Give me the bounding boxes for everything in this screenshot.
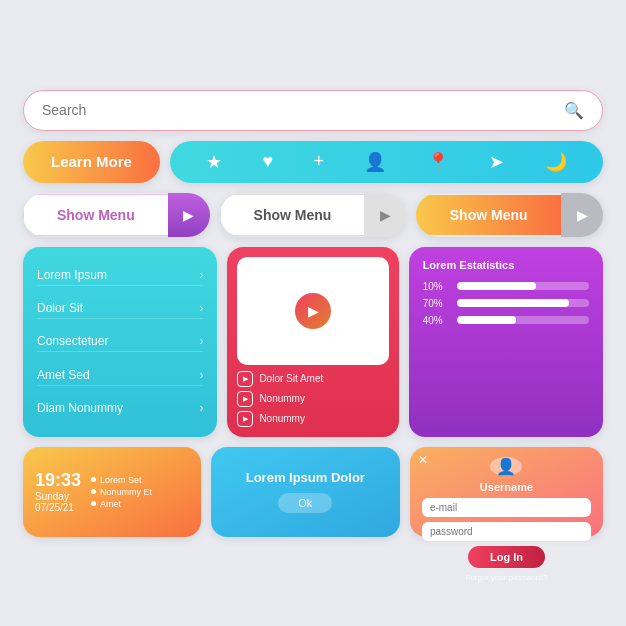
row-4: Lorem Ipsum›Dolor Sit›Consectetuer›Amet … (23, 247, 603, 437)
show-menu-label-2: Show Menu (220, 194, 365, 236)
ipsum-text: Lorem Ipsum Dolor (246, 470, 365, 485)
dot-icon (91, 501, 96, 506)
stat-row: 40% (423, 315, 589, 326)
stat-label: 10% (423, 281, 451, 292)
login-card: ✕ 👤 Username Log In Forgot your password… (410, 447, 603, 537)
show-menu-button-1[interactable]: Show Menu ▶ (23, 193, 210, 237)
clock-widget: 19:33 Sunday 07/25/21 Lorem SetNonummy E… (23, 447, 201, 537)
stat-bar (457, 316, 517, 324)
mini-play-button[interactable]: ▶ (237, 411, 253, 427)
list-item[interactable]: Lorem Ipsum› (37, 265, 203, 286)
plus-icon[interactable]: + (314, 151, 325, 172)
clock-notes: Lorem SetNonummy EtAmet (91, 475, 189, 509)
video-list-item[interactable]: ▶Nonummy (237, 391, 388, 407)
video-list-item[interactable]: ▶Dolor Sit Amet (237, 371, 388, 387)
ok-toggle[interactable]: Ok (278, 493, 332, 513)
chevron-right-icon: › (199, 301, 203, 315)
chevron-right-icon: › (199, 334, 203, 348)
stat-bar-bg (457, 299, 589, 307)
main-container: 🔍 Learn More ★ ♥ + 👤 📍 ➤ 🌙 Show Menu ▶ S… (23, 90, 603, 537)
list-item[interactable]: Diam Nonummy› (37, 398, 203, 418)
row-2: Learn More ★ ♥ + 👤 📍 ➤ 🌙 (23, 141, 603, 183)
list-item[interactable]: Amet Sed› (37, 365, 203, 386)
stats-title: Lorem Estatistics (423, 259, 589, 271)
chevron-right-icon: › (199, 268, 203, 282)
show-menu-arrow-2: ▶ (364, 193, 406, 237)
row-3: Show Menu ▶ Show Menu ▶ Show Menu ▶ (23, 193, 603, 237)
dot-icon (91, 489, 96, 494)
mini-play-button[interactable]: ▶ (237, 371, 253, 387)
heart-icon[interactable]: ♥ (262, 151, 273, 172)
stats-card: Lorem Estatistics 10% 70% 40% (409, 247, 603, 437)
location-icon[interactable]: 📍 (427, 151, 449, 173)
show-menu-button-2[interactable]: Show Menu ▶ (220, 193, 407, 237)
close-icon[interactable]: ✕ (418, 453, 428, 467)
stat-bar (457, 299, 570, 307)
row-5: 19:33 Sunday 07/25/21 Lorem SetNonummy E… (23, 447, 603, 537)
list-item[interactable]: Consectetuer› (37, 331, 203, 352)
stat-row: 70% (423, 298, 589, 309)
list-item[interactable]: Dolor Sit› (37, 298, 203, 319)
email-field[interactable] (422, 498, 591, 517)
stat-label: 70% (423, 298, 451, 309)
dot-icon (91, 477, 96, 482)
show-menu-label-1: Show Menu (23, 194, 168, 236)
search-icon: 🔍 (564, 101, 584, 120)
clock-date: 07/25/21 (35, 502, 81, 513)
user-icon[interactable]: 👤 (364, 151, 386, 173)
moon-icon[interactable]: 🌙 (545, 151, 567, 173)
ipsum-button[interactable]: Lorem Ipsum Dolor Ok (211, 447, 400, 537)
mini-play-button[interactable]: ▶ (237, 391, 253, 407)
video-thumbnail[interactable]: ▶ (237, 257, 388, 365)
forgot-password-link[interactable]: Forgot your password? (466, 573, 548, 582)
clock-left: 19:33 Sunday 07/25/21 (35, 470, 81, 513)
video-card: ▶ ▶Dolor Sit Amet▶Nonummy▶Nonummy (227, 247, 398, 437)
avatar: 👤 (490, 457, 522, 476)
clock-time: 19:33 (35, 470, 81, 491)
chevron-right-icon: › (199, 368, 203, 382)
stat-bar-bg (457, 282, 589, 290)
clock-day: Sunday (35, 491, 81, 502)
stat-bar-bg (457, 316, 589, 324)
video-items: ▶Dolor Sit Amet▶Nonummy▶Nonummy (237, 371, 388, 427)
show-menu-label-3: Show Menu (416, 195, 561, 235)
send-icon[interactable]: ➤ (489, 151, 504, 173)
search-bar[interactable]: 🔍 (23, 90, 603, 131)
clock-note: Lorem Set (91, 475, 189, 485)
clock-note: Nonummy Et (91, 487, 189, 497)
password-field[interactable] (422, 522, 591, 541)
search-input[interactable] (42, 102, 564, 118)
stat-bar (457, 282, 536, 290)
star-icon[interactable]: ★ (206, 151, 222, 173)
clock-note: Amet (91, 499, 189, 509)
stat-row: 10% (423, 281, 589, 292)
menu-list: Lorem Ipsum›Dolor Sit›Consectetuer›Amet … (23, 247, 217, 437)
icon-bar: ★ ♥ + 👤 📍 ➤ 🌙 (170, 141, 603, 183)
play-button[interactable]: ▶ (295, 293, 331, 329)
video-list-item[interactable]: ▶Nonummy (237, 411, 388, 427)
show-menu-arrow-1: ▶ (168, 193, 210, 237)
login-button[interactable]: Log In (468, 546, 545, 568)
stat-label: 40% (423, 315, 451, 326)
show-menu-button-3[interactable]: Show Menu ▶ (416, 193, 603, 237)
learn-more-button[interactable]: Learn More (23, 141, 160, 183)
show-menu-arrow-3: ▶ (561, 193, 603, 237)
username-label: Username (480, 481, 533, 493)
chevron-right-icon: › (199, 401, 203, 415)
